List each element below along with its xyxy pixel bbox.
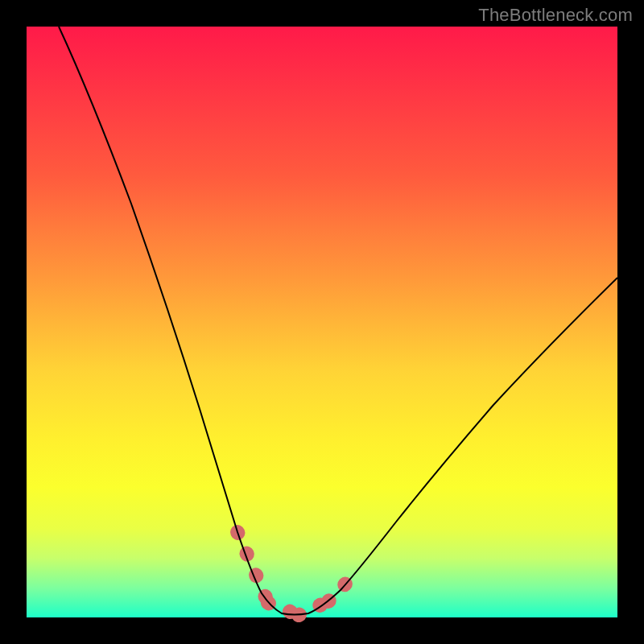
main-curve xyxy=(59,27,617,615)
watermark-label: TheBottleneck.com xyxy=(478,5,633,26)
plot-area xyxy=(27,27,617,617)
chart-frame: TheBottleneck.com xyxy=(0,0,644,644)
marker-band xyxy=(237,532,357,615)
curve-svg xyxy=(27,27,617,617)
